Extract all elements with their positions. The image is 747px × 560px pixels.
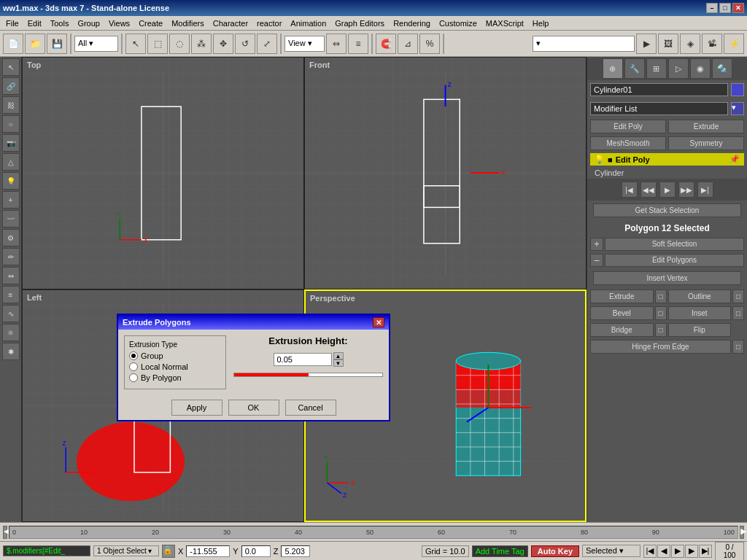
flip-mod-btn[interactable]: Flip xyxy=(668,323,732,337)
menu-animation[interactable]: Animation xyxy=(286,18,330,28)
mirror-tool[interactable]: ⇔ xyxy=(326,34,347,54)
next-key-status[interactable]: ▶ xyxy=(685,545,698,558)
select-tool[interactable]: ↖ xyxy=(125,34,146,54)
lt-curve[interactable]: ∿ xyxy=(2,305,20,322)
menu-tools[interactable]: Tools xyxy=(46,18,74,28)
lt-link[interactable]: 🔗 xyxy=(2,77,20,95)
extrude-polygons-dialog[interactable]: Extrude Polygons ✕ Extrusion Type Group … xyxy=(117,314,390,421)
cancel-button[interactable]: Cancel xyxy=(285,400,336,416)
rp-tab-modify[interactable]: 🔧 xyxy=(624,58,645,79)
menu-maxscript[interactable]: MAXScript xyxy=(481,18,528,28)
lt-unlink[interactable]: ⛓ xyxy=(2,96,20,114)
snap-toggle[interactable]: 🧲 xyxy=(376,34,396,54)
timeline-bar[interactable]: 010203040 5060708090100 xyxy=(9,526,738,539)
menu-group[interactable]: Group xyxy=(73,18,104,28)
menu-views[interactable]: Views xyxy=(104,18,134,28)
edit-polygons-toggle-minus[interactable]: – xyxy=(590,254,603,267)
lock-btn[interactable]: 🔒 xyxy=(162,545,175,558)
inset-mod-btn[interactable]: Inset xyxy=(668,306,732,320)
edit-polygons-label[interactable]: Edit Polygons xyxy=(605,254,744,267)
extrusion-height-input[interactable] xyxy=(274,353,332,366)
menu-graph-editors[interactable]: Graph Editors xyxy=(330,18,389,28)
lt-reactor[interactable]: ⚛ xyxy=(2,324,20,341)
new-button[interactable]: 📄 xyxy=(3,34,23,54)
radio-polygon[interactable] xyxy=(129,373,138,382)
radio-group[interactable] xyxy=(129,351,138,360)
move-tool[interactable]: ✥ xyxy=(213,34,233,54)
bevel-mod-btn[interactable]: Bevel xyxy=(590,306,654,320)
render-last[interactable]: 🖼 xyxy=(658,34,678,54)
play-btn[interactable]: ▶ xyxy=(659,182,676,198)
get-stack-selection-btn[interactable]: Get Stack Selection xyxy=(593,203,741,217)
selection-filter-dropdown[interactable]: All ▾ xyxy=(74,36,118,52)
menu-character[interactable]: Character xyxy=(209,18,252,28)
prev-frame-status[interactable]: |◀ xyxy=(643,545,657,558)
rp-tab-display[interactable]: ◉ xyxy=(690,58,711,79)
next-key-btn[interactable]: ▶▶ xyxy=(678,182,694,198)
menu-help[interactable]: Help xyxy=(528,18,554,28)
bridge-settings-btn[interactable]: □ xyxy=(655,323,667,337)
lt-select[interactable]: ↖ xyxy=(2,58,20,76)
angle-snap[interactable]: ⊿ xyxy=(398,34,418,54)
soft-selection-toggle-plus[interactable]: + xyxy=(590,238,603,251)
dialog-titlebar[interactable]: Extrude Polygons ✕ xyxy=(118,315,389,330)
save-button[interactable]: 💾 xyxy=(47,34,67,54)
viewport-front[interactable]: Front Z X xyxy=(304,57,587,289)
prev-key-btn[interactable]: ◀◀ xyxy=(640,182,657,198)
object-name-input[interactable] xyxy=(590,83,728,96)
mesh-smooth-button[interactable]: MeshSmooth xyxy=(590,136,666,150)
rp-tab-hierarchy[interactable]: ⊞ xyxy=(646,58,667,79)
extrusion-spinner-up[interactable]: ▲ xyxy=(333,352,344,359)
timeline-scroll-right[interactable]: ▶ xyxy=(740,526,744,539)
rp-tab-utilities[interactable]: 🔩 xyxy=(712,58,732,79)
percent-snap[interactable]: % xyxy=(419,34,440,54)
z-value[interactable]: 5.203 xyxy=(281,545,310,557)
maximize-button[interactable]: □ xyxy=(719,3,731,13)
open-button[interactable]: 📁 xyxy=(25,34,45,54)
outline-mod-btn[interactable]: Outline xyxy=(668,289,732,303)
rotate-tool[interactable]: ↺ xyxy=(235,34,255,54)
render-scene[interactable]: 📽 xyxy=(702,34,722,54)
select-region-tool[interactable]: ⬚ xyxy=(147,34,168,54)
minimize-button[interactable]: – xyxy=(706,3,718,13)
edit-poly-button[interactable]: Edit Poly xyxy=(590,120,666,133)
lt-spacewarp[interactable]: 〰 xyxy=(2,210,20,228)
hinge-from-edge-btn[interactable]: Hinge From Edge xyxy=(590,340,731,354)
apply-button[interactable]: Apply xyxy=(171,400,222,416)
next-frame-status[interactable]: ▶| xyxy=(699,545,712,558)
timeline-scroll-left[interactable]: ◀ xyxy=(3,526,7,539)
menu-modifiers[interactable]: Modifiers xyxy=(167,18,209,28)
lt-paint[interactable]: ✏ xyxy=(2,248,20,265)
bevel-settings-btn[interactable]: □ xyxy=(655,306,667,320)
extrude-mod-btn[interactable]: Extrude xyxy=(590,289,654,303)
lt-shapes[interactable]: △ xyxy=(2,153,20,171)
stack-edit-poly[interactable]: 💡 ■ Edit Poly 📌 xyxy=(590,153,744,166)
menu-edit[interactable]: Edit xyxy=(23,18,46,28)
radio-local-row[interactable]: Local Normal xyxy=(129,362,221,371)
radio-local[interactable] xyxy=(129,362,138,371)
add-time-tag-btn[interactable]: Add Time Tag xyxy=(472,545,528,557)
insert-vertex-btn[interactable]: Insert Vertex xyxy=(593,271,741,285)
lt-helpers[interactable]: + xyxy=(2,191,20,209)
menu-file[interactable]: File xyxy=(1,18,23,28)
prev-frame-btn[interactable]: |◀ xyxy=(622,182,638,198)
selected-dropdown[interactable]: Selected ▾ xyxy=(582,545,640,557)
lt-mirror[interactable]: ⇔ xyxy=(2,267,20,284)
inset-settings-btn[interactable]: □ xyxy=(732,306,744,320)
auto-key-btn[interactable]: Auto Key xyxy=(531,545,579,557)
modifier-list-dropdown[interactable] xyxy=(590,102,728,115)
hinge-settings-btn[interactable]: □ xyxy=(732,340,744,354)
object-color-swatch[interactable] xyxy=(731,83,744,96)
select-by-name-tool[interactable]: ⁂ xyxy=(191,34,212,54)
render-settings-dropdown[interactable]: ▾ xyxy=(533,36,635,52)
extrusion-spinner-down[interactable]: ▼ xyxy=(333,359,344,367)
view-dropdown[interactable]: View ▾ xyxy=(285,36,325,52)
y-value[interactable]: 0.0 xyxy=(241,545,271,557)
quick-render[interactable]: ⚡ xyxy=(724,34,744,54)
play-status[interactable]: ▶ xyxy=(671,545,684,558)
menu-reactor[interactable]: reactor xyxy=(252,18,286,28)
symmetry-button[interactable]: Symmetry xyxy=(668,136,744,150)
rp-tab-motion[interactable]: ▷ xyxy=(668,58,689,79)
lt-align[interactable]: ≡ xyxy=(2,286,20,303)
lt-camera[interactable]: 📷 xyxy=(2,134,20,152)
